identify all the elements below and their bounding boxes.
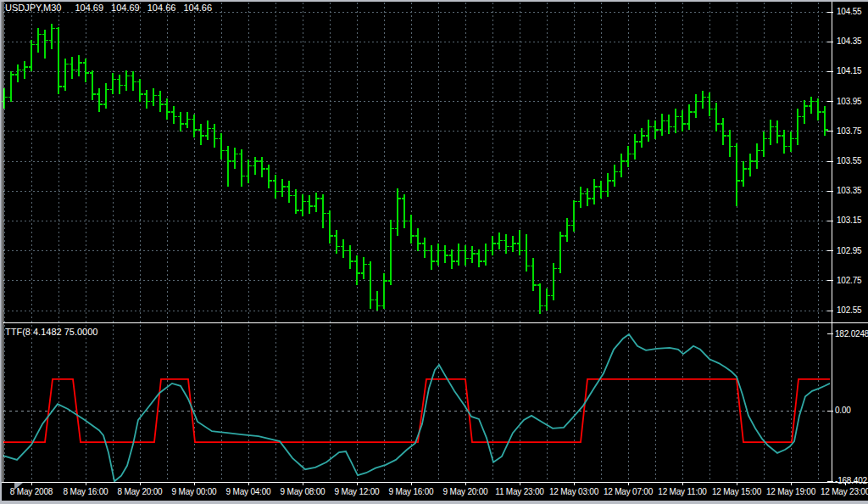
window-border-left: [0, 0, 2, 504]
mt4-chart-window: { "header": { "symbol_period": "USDJPY,M…: [0, 0, 868, 504]
window-border-bottom: [0, 501, 868, 504]
price-chart-area[interactable]: [3, 2, 832, 322]
panel-separator[interactable]: [3, 322, 868, 323]
time-axis[interactable]: [0, 483, 868, 501]
price-axis[interactable]: [832, 2, 868, 482]
indicator-chart-area[interactable]: [3, 324, 832, 482]
